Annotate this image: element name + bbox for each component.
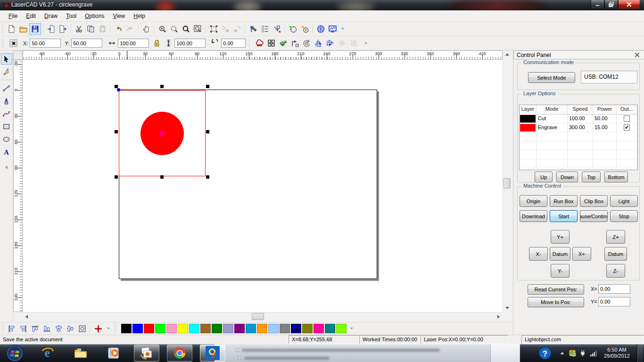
toolbar-overflow-icon[interactable] (341, 28, 344, 30)
palette-color-4[interactable] (166, 324, 177, 333)
jog-y-minus-button[interactable]: Y- (551, 264, 570, 278)
layer-top-button[interactable]: Top (582, 172, 601, 182)
layer-down-button[interactable]: Down (556, 172, 578, 182)
palette-color-8[interactable] (212, 324, 222, 333)
palette-overflow-icon[interactable] (350, 328, 353, 329)
stop-button[interactable]: Stop (610, 210, 638, 222)
layer-color-swatch[interactable] (520, 124, 536, 132)
run-box-button[interactable]: Run Box (550, 195, 578, 207)
taskbar-clock[interactable]: 6:50 AM 29/09/2012 (600, 347, 634, 359)
pos-x-input[interactable] (598, 284, 630, 294)
horizontal-scroll-thumb[interactable] (252, 313, 264, 320)
palette-color-12[interactable] (257, 324, 267, 333)
stamp-cloud-button[interactable] (254, 37, 265, 49)
palette-color-11[interactable] (246, 324, 256, 333)
start-orb-taskbar-button[interactable] (2, 345, 27, 362)
menu-draw[interactable]: Draw (41, 11, 61, 21)
layer-row[interactable]: Engrave300.0015.00✔ (520, 123, 637, 132)
file-explorer-taskbar-button[interactable] (68, 345, 93, 362)
selection-handle[interactable] (206, 85, 209, 88)
palette-color-3[interactable] (155, 324, 165, 333)
layer-output-checkbox[interactable]: ✔ (624, 124, 630, 131)
jog-z-minus-button[interactable]: Z- (606, 264, 625, 278)
output-list-button[interactable] (259, 23, 271, 35)
group-select-button[interactable] (208, 23, 220, 35)
language-globe-button[interactable] (315, 23, 327, 35)
jog-x-minus-button[interactable]: X- (529, 247, 548, 261)
horizontal-scrollbar[interactable] (23, 312, 503, 321)
toolbar-grip[interactable] (1, 39, 4, 48)
zoom-region-button[interactable] (168, 23, 180, 35)
toolbar-grip[interactable] (1, 24, 4, 33)
download-button[interactable]: Download (520, 210, 547, 222)
layer-output-checkbox[interactable] (624, 115, 630, 122)
toolbar-grip[interactable] (1, 324, 4, 333)
mirror-v-button[interactable] (324, 37, 336, 49)
cut-button[interactable] (73, 23, 85, 35)
selection-handle[interactable] (115, 130, 118, 133)
menu-file[interactable]: File (5, 11, 21, 21)
menu-edit[interactable]: Edit (22, 11, 40, 21)
select-mode-button[interactable]: Select Mode (528, 72, 575, 83)
y-input[interactable] (71, 39, 102, 48)
pause-continue-button[interactable]: Pause/Continue (580, 210, 608, 222)
rotate-shape-button[interactable] (301, 37, 313, 49)
selection-handle[interactable] (115, 175, 118, 179)
node-select-button[interactable] (271, 23, 283, 35)
canvas[interactable] (23, 60, 503, 312)
power-plug-icon[interactable] (579, 350, 586, 357)
simulate-button[interactable] (248, 23, 259, 35)
move-to-pos-button[interactable]: Move to Pos: (528, 297, 584, 307)
text-tool-button[interactable]: A (1, 146, 12, 157)
x-input[interactable] (30, 39, 61, 48)
align-top-button[interactable] (29, 323, 41, 335)
anchor-grid-button[interactable] (8, 37, 19, 49)
layer-color-swatch[interactable] (520, 115, 536, 123)
layer-row[interactable]: Cut100.0050.00 (520, 115, 637, 123)
selection-handle[interactable] (160, 175, 164, 179)
center-vertical-button[interactable] (65, 323, 76, 335)
save-file-button[interactable] (29, 23, 41, 35)
palette-color-14[interactable] (280, 324, 290, 333)
palette-color-19[interactable] (336, 324, 347, 333)
vertical-scrollbar[interactable] (503, 50, 511, 312)
panel-close-icon[interactable] (633, 51, 641, 59)
new-file-button[interactable] (6, 23, 17, 35)
origin-button[interactable]: Origin (520, 195, 547, 207)
palette-color-0[interactable] (121, 324, 132, 333)
layer-column-header[interactable]: Out... (617, 105, 637, 114)
height-input[interactable] (174, 39, 206, 48)
jog-z-plus-button[interactable]: Z+ (606, 230, 625, 244)
toolbar-overflow-icon[interactable] (364, 42, 367, 44)
pen-tool-button[interactable] (1, 95, 12, 107)
line-tool-button[interactable] (1, 82, 12, 94)
layer-table[interactable]: LayerModeSpeedPowerOut...Cut100.0050.00E… (519, 105, 638, 170)
palette-color-17[interactable] (314, 324, 324, 333)
undo-button[interactable] (113, 23, 124, 35)
show-desktop-button[interactable] (637, 344, 643, 362)
center-horizontal-button[interactable] (53, 323, 65, 335)
toolbox-collapse-icon[interactable] (5, 165, 8, 169)
scroll-up-button[interactable] (503, 50, 511, 58)
minimize-button[interactable] (591, 0, 604, 9)
node-edit-tool-button[interactable] (1, 66, 12, 77)
select-arrow-button[interactable] (1, 53, 12, 65)
menu-options[interactable]: Options (81, 11, 108, 21)
rotation-input[interactable] (221, 39, 246, 48)
palette-color-6[interactable] (189, 324, 199, 333)
menu-view[interactable]: View (109, 11, 129, 21)
zoom-in-button[interactable] (157, 23, 168, 35)
jog-datum-xy-button[interactable]: Datum (550, 247, 570, 261)
signal-bars-icon[interactable] (590, 350, 597, 357)
clip-box-button[interactable]: Clip Box (580, 195, 608, 207)
export-file-button[interactable] (57, 23, 69, 35)
light-button[interactable]: Light (610, 195, 638, 207)
selection-handle[interactable] (160, 85, 164, 88)
layer-up-button[interactable]: Up (535, 172, 553, 182)
toolbar-grip[interactable] (114, 324, 116, 333)
scroll-down-button[interactable] (503, 304, 511, 312)
copy-button[interactable] (85, 23, 97, 35)
start-button[interactable]: Start (550, 210, 578, 222)
layer-bottom-button[interactable]: Bottom (604, 172, 628, 182)
mirror-h-button[interactable] (313, 37, 324, 49)
